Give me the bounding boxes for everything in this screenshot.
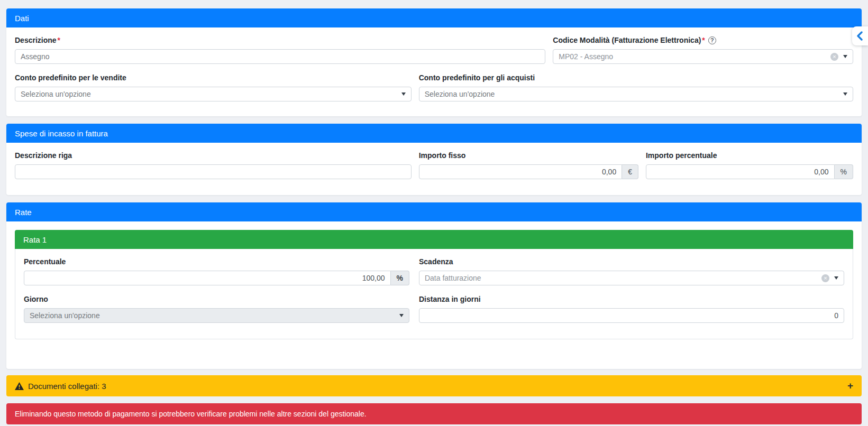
descrizione-riga-input[interactable]: [15, 164, 412, 179]
importo-percentuale-input[interactable]: [646, 164, 835, 179]
importo-fisso-input[interactable]: [419, 164, 622, 179]
giorno-label: Giorno: [24, 295, 409, 303]
chevron-left-icon: [856, 31, 863, 41]
scadenza-select[interactable]: Data fatturazione ×: [419, 271, 844, 285]
delete-warning-alert: Eliminando questo metodo di pagamento si…: [6, 403, 862, 424]
percent-addon: %: [835, 164, 853, 179]
conto-acquisti-select[interactable]: Seleziona un'opzione: [419, 87, 853, 101]
rata-title: Rata 1: [23, 235, 47, 244]
section-title: Spese di incasso in fattura: [15, 129, 108, 138]
conto-acquisti-label: Conto predefinito per gli acquisti: [419, 73, 853, 82]
percentuale-input[interactable]: [24, 271, 391, 285]
giorno-select[interactable]: Seleziona un'opzione: [24, 308, 409, 323]
help-icon[interactable]: ?: [708, 36, 716, 44]
distanza-label: Distanza in giorni: [419, 295, 844, 303]
section-rate-body: Rata 1 Percentuale %: [6, 221, 862, 369]
descrizione-label: Descrizione*: [15, 36, 545, 44]
expand-plus-icon[interactable]: +: [847, 380, 853, 392]
warning-icon: [15, 382, 24, 390]
chevron-down-icon: [399, 314, 404, 317]
required-asterisk: *: [702, 36, 705, 44]
required-asterisk: *: [58, 36, 60, 44]
rata-1-header: Rata 1: [15, 230, 853, 249]
main-content: Dati Descrizione* Codice Modalità (Fattu…: [6, 0, 862, 424]
descrizione-riga-label: Descrizione riga: [15, 151, 412, 160]
section-spese-header: Spese di incasso in fattura: [6, 124, 862, 143]
sidebar-collapse-tab[interactable]: [852, 26, 868, 45]
section-dati-header: Dati: [6, 8, 862, 27]
codice-modalita-select[interactable]: MP02 - Assegno ×: [553, 49, 853, 64]
chevron-down-icon: [401, 92, 406, 96]
chevron-down-icon: [843, 92, 847, 96]
rata-1-body: Percentuale % Scadenza: [15, 249, 853, 339]
importo-fisso-label: Importo fisso: [419, 151, 638, 160]
section-rate: Rate Rata 1 Percentuale %: [6, 202, 862, 369]
section-title: Dati: [15, 14, 29, 23]
codice-modalita-label: Codice Modalità (Fatturazione Elettronic…: [553, 36, 853, 44]
section-spese: Spese di incasso in fattura Descrizione …: [6, 124, 862, 195]
chevron-down-icon: [834, 276, 838, 280]
percentuale-label: Percentuale: [24, 257, 409, 266]
percent-addon: %: [391, 271, 409, 285]
clear-icon[interactable]: ×: [830, 53, 838, 61]
section-title: Rate: [15, 208, 32, 217]
documenti-collegati-bar[interactable]: Documenti collegati: 3 +: [6, 375, 862, 396]
scadenza-label: Scadenza: [419, 257, 844, 266]
section-rate-header: Rate: [6, 202, 862, 221]
euro-addon: €: [622, 164, 638, 179]
importo-percentuale-label: Importo percentuale: [646, 151, 853, 160]
chevron-down-icon: [843, 55, 847, 58]
descrizione-input[interactable]: [15, 49, 545, 64]
clear-icon[interactable]: ×: [821, 274, 829, 282]
section-dati-body: Descrizione* Codice Modalità (Fatturazio…: [6, 27, 862, 116]
rata-1-card: Rata 1 Percentuale %: [15, 230, 853, 339]
conto-vendite-select[interactable]: Seleziona un'opzione: [15, 87, 412, 101]
section-spese-body: Descrizione riga Importo fisso € Impor: [6, 143, 862, 195]
section-dati: Dati Descrizione* Codice Modalità (Fattu…: [6, 8, 862, 116]
warning-text: Documenti collegati: 3: [28, 382, 106, 391]
distanza-input[interactable]: [419, 308, 844, 323]
conto-vendite-label: Conto predefinito per le vendite: [15, 73, 412, 82]
alert-text: Eliminando questo metodo di pagamento si…: [15, 410, 367, 418]
